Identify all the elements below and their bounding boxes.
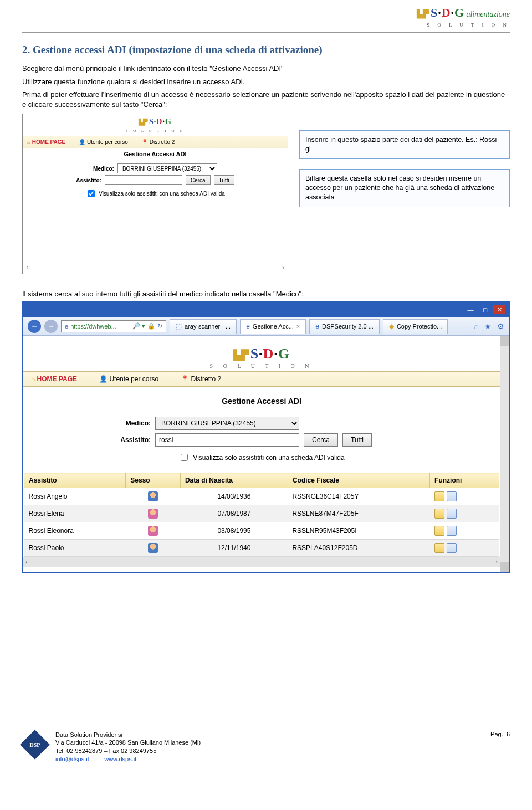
- cell-dob: 12/11/1940: [180, 540, 288, 557]
- panel-title: Gestione Accessi ADI: [23, 148, 288, 162]
- gender-icon: [148, 509, 158, 519]
- ie-icon: e: [65, 323, 68, 330]
- col-funzioni: Funzioni: [430, 473, 499, 488]
- cell-cf: RSSPLA40S12F205D: [288, 540, 429, 557]
- tab-close-icon[interactable]: ×: [296, 323, 300, 330]
- scrollbar-hint[interactable]: ‹›: [26, 264, 284, 271]
- cell-dob: 07/08/1987: [180, 505, 288, 522]
- panel-title: Gestione Accessi ADI: [23, 387, 500, 413]
- table-row: Rossi Angelo14/03/1936RSSNGL36C14F205Y: [24, 488, 499, 505]
- refresh-icon[interactable]: ↻: [157, 322, 162, 330]
- back-button[interactable]: ←: [28, 320, 41, 333]
- edit-icon[interactable]: [447, 526, 457, 536]
- district-menu[interactable]: 📍 Distretto 2: [181, 375, 221, 383]
- table-row: Rossi Elena07/08/1987RSSLNE87M47F205F: [24, 505, 499, 522]
- address-field[interactable]: e https://dwhweb... 🔎 ▾ 🔒 ↻: [61, 320, 166, 332]
- valid-scheda-checkbox[interactable]: [88, 190, 95, 197]
- tab-4[interactable]: ◆Copy Protectio...: [383, 319, 448, 334]
- district-menu[interactable]: 📍 Distretto 2: [141, 139, 175, 145]
- paragraph-1: Scegliere dal menù principale il link id…: [22, 64, 510, 74]
- cell-name: Rossi Elena: [24, 505, 126, 522]
- forward-button[interactable]: →: [44, 320, 58, 333]
- cell-name: Rossi Eleonora: [24, 522, 126, 540]
- horizontal-scrollbar[interactable]: ‹›: [23, 557, 500, 567]
- mail-link[interactable]: info@dsps.it: [55, 756, 89, 762]
- section-heading: 2. Gestione accessi ADI (impostazione di…: [22, 44, 510, 56]
- cerca-button[interactable]: Cerca: [304, 433, 338, 447]
- cerca-button[interactable]: Cerca: [186, 175, 211, 185]
- medico-select[interactable]: BORRINI GIUSEPPINA (32455): [155, 417, 299, 430]
- cell-name: Rossi Angelo: [24, 488, 126, 505]
- medico-label: Medico:: [93, 166, 114, 172]
- callout-1: Inserire in questo spazio parte dei dati…: [299, 130, 510, 159]
- caption-results: Il sistema cerca al suo interno tutti gl…: [22, 290, 510, 298]
- user-menu[interactable]: 👤 Utente per corso: [79, 139, 128, 145]
- company-name: Data Solution Provider srl: [55, 731, 125, 738]
- edit-icon[interactable]: [447, 543, 457, 553]
- page-footer: DSP Data Solution Provider srl Via Cardu…: [22, 727, 510, 770]
- company-tel: Tel. 02 98242879 – Fax 02 98249755: [55, 747, 156, 754]
- user-menu[interactable]: 👤 Utente per corso: [99, 375, 158, 383]
- cell-cf: RSSLNE87M47F205F: [288, 505, 429, 522]
- screenshot-browser: — ◻ ✕ ← → e https://dwhweb... 🔎 ▾ 🔒 ↻ ⬚a…: [22, 301, 510, 573]
- site-link[interactable]: www.dsps.it: [104, 756, 136, 762]
- medico-label: Medico:: [106, 419, 151, 427]
- home-icon[interactable]: ⌂: [474, 322, 479, 331]
- page-number: 6: [507, 731, 510, 737]
- cell-cf: RSSLNR95M43F205I: [288, 522, 429, 540]
- paragraph-2: Utilizzare questa funzione qualora si de…: [22, 77, 510, 87]
- folder-icon[interactable]: [434, 491, 444, 501]
- table-row: Rossi Paolo12/11/1940RSSPLA40S12F205D: [24, 540, 499, 557]
- edit-icon[interactable]: [447, 509, 457, 519]
- gender-icon: [148, 543, 158, 553]
- favorites-icon[interactable]: ★: [484, 322, 492, 331]
- header-logo-area: ▙▛ S·D·G alimentazione S O L U T I O N: [22, 0, 510, 30]
- tutti-button[interactable]: Tutti: [342, 433, 372, 447]
- home-link[interactable]: ⌂ HOME PAGE: [27, 139, 65, 145]
- tutti-button[interactable]: Tutti: [214, 175, 234, 185]
- cell-name: Rossi Paolo: [24, 540, 126, 557]
- checkbox-label: Visualizza solo assistititi con una sche…: [99, 191, 225, 197]
- col-assistito: Assistito: [24, 473, 126, 488]
- assistito-input[interactable]: [155, 433, 299, 447]
- cell-cf: RSSNGL36C14F205Y: [288, 488, 429, 505]
- paragraph-3: Prima di poter effettuare l'inserimento …: [22, 90, 510, 109]
- tab-2-active[interactable]: eGestione Acc... ×: [240, 319, 306, 334]
- window-close-button[interactable]: ✕: [493, 305, 505, 314]
- edit-icon[interactable]: [447, 491, 457, 501]
- tab-1[interactable]: ⬚aray-scanner - ...: [170, 319, 237, 334]
- assistito-label: Assistito:: [76, 177, 101, 183]
- folder-icon[interactable]: [434, 543, 444, 553]
- col-nascita: Data di Nascita: [180, 473, 288, 488]
- gender-icon: [148, 491, 158, 501]
- cell-dob: 14/03/1936: [180, 488, 288, 505]
- medico-select[interactable]: BORRINI GIUSEPPINA (32455): [117, 163, 217, 173]
- company-address: Via Carducci 41/a - 20098 San Giuliano M…: [55, 739, 201, 746]
- col-cf: Codice Fiscale: [288, 473, 429, 488]
- checkbox-label: Visualizza solo assistititi con una sche…: [193, 454, 344, 462]
- lock-icon: 🔒: [147, 322, 155, 330]
- window-maximize-button[interactable]: ◻: [479, 305, 491, 314]
- gender-icon: [148, 526, 158, 536]
- screenshot-small: ▙▛ S·D·G S O L U T I O N ⌂ HOME PAGE 👤 U…: [22, 114, 288, 274]
- folder-icon[interactable]: [434, 526, 444, 536]
- tools-icon[interactable]: ⚙: [497, 322, 504, 331]
- page-label: Pag.: [490, 731, 503, 737]
- assistito-input[interactable]: [105, 175, 182, 185]
- cell-dob: 03/08/1995: [180, 522, 288, 540]
- valid-scheda-checkbox[interactable]: [181, 454, 188, 461]
- tab-3[interactable]: eDSPSecurity 2.0 ...: [309, 319, 380, 334]
- assistito-label: Assistito:: [106, 436, 151, 444]
- window-minimize-button[interactable]: —: [464, 305, 477, 314]
- col-sesso: Sesso: [126, 473, 181, 488]
- folder-icon[interactable]: [434, 509, 444, 519]
- table-row: Rossi Eleonora03/08/1995RSSLNR95M43F205I: [24, 522, 499, 540]
- vertical-scrollbar[interactable]: [500, 336, 509, 572]
- footer-logo: DSP: [20, 730, 50, 760]
- home-link[interactable]: ⌂ HOME PAGE: [31, 375, 77, 383]
- callout-2: Biffare questa casella solo nel caso si …: [299, 169, 510, 207]
- results-table: Assistito Sesso Data di Nascita Codice F…: [24, 473, 499, 557]
